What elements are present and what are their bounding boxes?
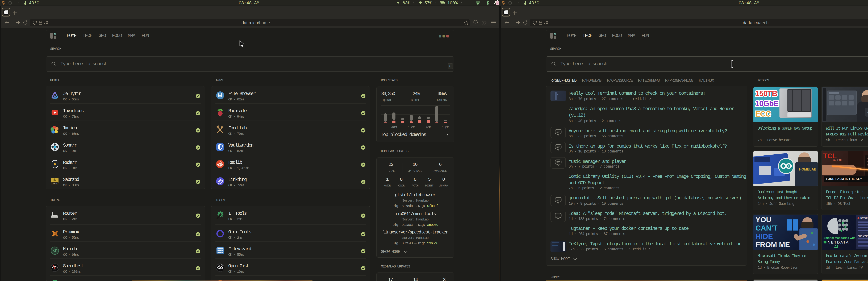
svg-text:sab: sab (53, 182, 57, 185)
